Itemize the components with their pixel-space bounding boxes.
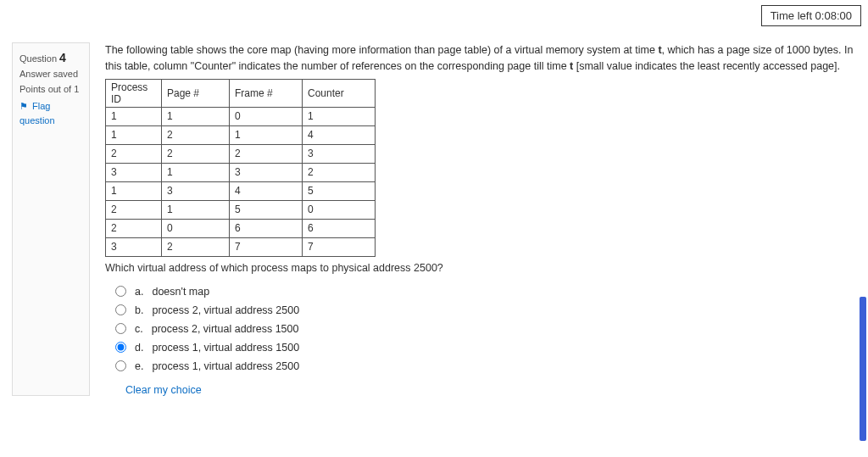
table-row: 2223 — [106, 144, 376, 163]
table-cell: 1 — [106, 181, 162, 200]
table-cell: 2 — [162, 144, 230, 163]
answer-options: a.doesn't mapb.process 2, virtual addres… — [115, 286, 854, 372]
table-cell: 3 — [106, 163, 162, 181]
answer-option[interactable]: c.process 2, virtual address 1500 — [115, 323, 854, 335]
question-info-sidebar: Question 4 Answer saved Points out of 1 … — [12, 42, 90, 396]
col-header-page: Page # — [162, 79, 230, 107]
table-cell: 3 — [162, 181, 230, 200]
answer-radio[interactable] — [115, 304, 126, 315]
table-cell: 2 — [230, 144, 303, 163]
table-cell: 2 — [106, 219, 162, 237]
option-text: process 2, virtual address 2500 — [152, 304, 299, 316]
answer-status: Answer saved — [19, 67, 82, 82]
table-cell: 7 — [230, 237, 303, 256]
table-row: 3132 — [106, 163, 376, 181]
table-cell: 2 — [106, 144, 162, 163]
question-label-line: Question 4 — [19, 48, 82, 67]
table-cell: 4 — [303, 125, 376, 144]
table-row: 2150 — [106, 200, 376, 219]
answer-option[interactable]: a.doesn't map — [115, 286, 854, 298]
table-cell: 6 — [230, 219, 303, 237]
answer-radio[interactable] — [115, 323, 126, 334]
option-letter: a. — [135, 286, 143, 298]
table-row: 1214 — [106, 125, 376, 144]
option-text: process 1, virtual address 2500 — [152, 360, 299, 372]
table-row: 3277 — [106, 237, 376, 256]
question-number: 4 — [59, 51, 66, 64]
answer-option[interactable]: e.process 1, virtual address 2500 — [115, 360, 854, 372]
core-map-table: Process ID Page # Frame # Counter 110112… — [105, 79, 376, 257]
points-line: Points out of 1 — [19, 82, 82, 98]
sub-question-text: Which virtual address of which process m… — [105, 262, 854, 274]
option-letter: e. — [135, 360, 143, 372]
table-cell: 1 — [162, 107, 230, 125]
vertical-scrollbar[interactable] — [860, 297, 866, 441]
flag-icon: ⚑ — [19, 101, 28, 111]
table-cell: 5 — [230, 200, 303, 219]
table-row: 1345 — [106, 181, 376, 200]
table-cell: 7 — [303, 237, 376, 256]
table-cell: 1 — [106, 107, 162, 125]
table-cell: 0 — [162, 219, 230, 237]
answer-option[interactable]: d.process 1, virtual address 1500 — [115, 342, 854, 354]
time-left-text: Time left 0:08:00 — [771, 9, 852, 22]
option-letter: b. — [135, 304, 143, 316]
table-cell: 1 — [162, 200, 230, 219]
answer-radio[interactable] — [115, 286, 126, 297]
table-cell: 0 — [303, 200, 376, 219]
table-cell: 3 — [303, 144, 376, 163]
table-cell: 2 — [106, 200, 162, 219]
table-cell: 2 — [303, 163, 376, 181]
answer-radio[interactable] — [115, 360, 126, 371]
table-cell: 2 — [162, 125, 230, 144]
clear-choice-link[interactable]: Clear my choice — [125, 384, 202, 396]
option-letter: d. — [135, 342, 143, 354]
question-intro: The following table shows the core map (… — [105, 42, 854, 75]
table-cell: 3 — [106, 237, 162, 256]
table-cell: 1 — [230, 125, 303, 144]
question-main: The following table shows the core map (… — [90, 42, 861, 396]
col-header-frame: Frame # — [230, 79, 303, 107]
option-text: process 2, virtual address 1500 — [152, 323, 299, 335]
option-text: doesn't map — [152, 286, 209, 298]
table-cell: 1 — [106, 125, 162, 144]
table-cell: 5 — [303, 181, 376, 200]
table-cell: 0 — [230, 107, 303, 125]
table-header-row: Process ID Page # Frame # Counter — [106, 79, 376, 107]
table-cell: 6 — [303, 219, 376, 237]
answer-option[interactable]: b.process 2, virtual address 2500 — [115, 304, 854, 316]
table-cell: 1 — [303, 107, 376, 125]
col-header-counter: Counter — [303, 79, 376, 107]
time-left-box: Time left 0:08:00 — [761, 5, 861, 26]
option-text: process 1, virtual address 1500 — [152, 342, 299, 354]
col-header-process-id: Process ID — [106, 79, 162, 107]
table-cell: 1 — [162, 163, 230, 181]
table-row: 1101 — [106, 107, 376, 125]
table-cell: 3 — [230, 163, 303, 181]
table-cell: 4 — [230, 181, 303, 200]
table-row: 2066 — [106, 219, 376, 237]
option-letter: c. — [135, 323, 143, 335]
table-cell: 2 — [162, 237, 230, 256]
flag-question-link[interactable]: ⚑ Flag question — [19, 99, 82, 129]
answer-radio[interactable] — [115, 342, 126, 353]
